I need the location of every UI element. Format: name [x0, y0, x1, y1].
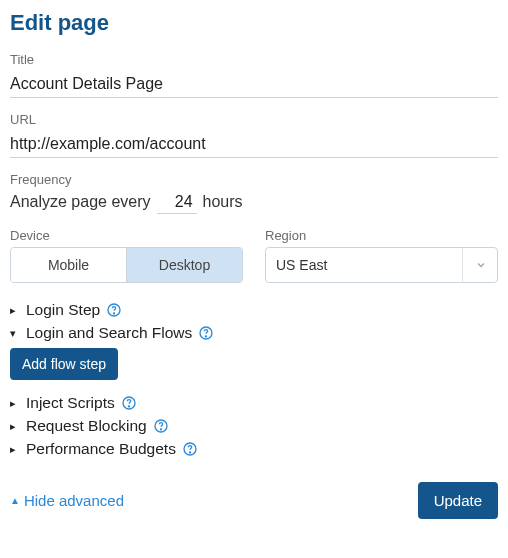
section-login-step[interactable]: ▸ Login Step [10, 301, 498, 319]
device-label: Device [10, 228, 243, 243]
section-login-step-label: Login Step [26, 301, 100, 319]
caret-right-icon: ▸ [10, 397, 20, 410]
svg-point-1 [114, 313, 115, 314]
section-flows[interactable]: ▾ Login and Search Flows [10, 324, 498, 342]
section-performance-budgets-label: Performance Budgets [26, 440, 176, 458]
help-icon[interactable] [153, 418, 169, 434]
hide-advanced-label: Hide advanced [24, 492, 124, 509]
help-icon[interactable] [106, 302, 122, 318]
title-label: Title [10, 52, 498, 67]
page-title: Edit page [10, 10, 498, 36]
url-input[interactable] [10, 131, 498, 158]
update-button[interactable]: Update [418, 482, 498, 519]
hide-advanced-toggle[interactable]: ▲ Hide advanced [10, 492, 124, 509]
url-label: URL [10, 112, 498, 127]
frequency-input[interactable] [157, 191, 197, 214]
region-select[interactable]: US East [265, 247, 498, 283]
device-toggle: Mobile Desktop [10, 247, 243, 283]
region-value: US East [276, 257, 327, 273]
svg-point-9 [189, 452, 190, 453]
chevron-down-icon [475, 259, 487, 271]
section-flows-label: Login and Search Flows [26, 324, 192, 342]
help-icon[interactable] [198, 325, 214, 341]
help-icon[interactable] [182, 441, 198, 457]
frequency-label: Frequency [10, 172, 498, 187]
caret-right-icon: ▸ [10, 420, 20, 433]
help-icon[interactable] [121, 395, 137, 411]
caret-right-icon: ▸ [10, 443, 20, 456]
section-request-blocking-label: Request Blocking [26, 417, 147, 435]
section-request-blocking[interactable]: ▸ Request Blocking [10, 417, 498, 435]
region-label: Region [265, 228, 498, 243]
device-desktop-button[interactable]: Desktop [127, 248, 242, 282]
section-performance-budgets[interactable]: ▸ Performance Budgets [10, 440, 498, 458]
caret-right-icon: ▸ [10, 304, 20, 317]
caret-down-icon: ▾ [10, 327, 20, 340]
svg-point-5 [128, 406, 129, 407]
section-inject-scripts[interactable]: ▸ Inject Scripts [10, 394, 498, 412]
svg-point-7 [160, 429, 161, 430]
caret-up-icon: ▲ [10, 495, 20, 506]
frequency-suffix: hours [203, 193, 243, 211]
section-inject-scripts-label: Inject Scripts [26, 394, 115, 412]
frequency-prefix: Analyze page every [10, 193, 151, 211]
svg-point-3 [206, 336, 207, 337]
add-flow-step-button[interactable]: Add flow step [10, 348, 118, 380]
device-mobile-button[interactable]: Mobile [11, 248, 127, 282]
title-input[interactable] [10, 71, 498, 98]
